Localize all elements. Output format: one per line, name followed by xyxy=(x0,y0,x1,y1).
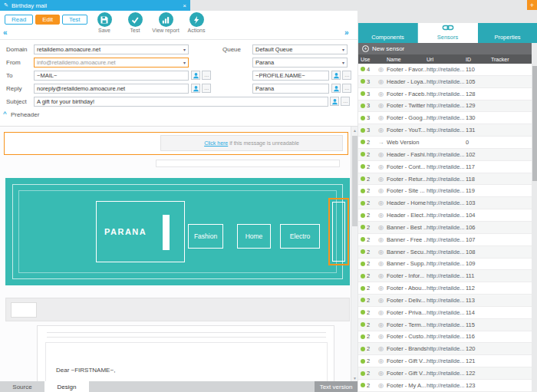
sensor-url[interactable]: http://retailde... xyxy=(427,91,466,97)
email-body-block[interactable]: Dear ~FIRSTNAME~, xyxy=(37,325,334,381)
nav-item-home[interactable]: Home xyxy=(237,224,271,249)
tab-components[interactable]: Components xyxy=(358,23,418,43)
sensor-row[interactable]: 3 ◎ Footer - Twitter http://retailde... … xyxy=(358,100,532,113)
sensor-row[interactable]: 2 ◎ Header - Fashi... http://retailde...… xyxy=(358,149,532,161)
actions-button[interactable]: Actions xyxy=(181,12,212,33)
sensor-url[interactable]: http://retailde... xyxy=(427,187,466,194)
test-mode-button[interactable]: Test xyxy=(62,15,87,25)
profile-person-icon[interactable] xyxy=(331,84,341,93)
to-name-input[interactable]: ~PROFILE.NAME~ xyxy=(252,71,329,81)
sensor-name[interactable]: Banner - Free ... xyxy=(387,236,427,243)
sensor-row[interactable]: 2 ◎ Footer - Term... http://retailde... … xyxy=(358,319,532,331)
sensor-row[interactable]: 2 ◎ Banner - Supp... http://retailde... … xyxy=(358,259,532,271)
scrollbar-thumb[interactable] xyxy=(352,136,357,226)
sensor-row[interactable]: 2 ◎ Footer - Priva... http://retailde...… xyxy=(358,307,532,319)
sensor-url[interactable]: http://retailde... xyxy=(427,285,466,292)
scroll-down-icon[interactable]: ▼ xyxy=(352,376,357,380)
sensor-name[interactable]: Footer - Goog... xyxy=(387,114,427,121)
close-icon[interactable]: × xyxy=(183,2,186,9)
new-sensor-button[interactable]: + New sensor xyxy=(358,43,532,54)
nav-item-electro[interactable]: Electro xyxy=(280,224,320,249)
sensor-url[interactable]: http://retailde... xyxy=(427,224,466,231)
preview-scrollbar[interactable]: ▲ ▼ xyxy=(351,127,357,381)
sensor-url[interactable]: http://retailde... xyxy=(427,345,466,352)
sensor-url[interactable]: http://retailde... xyxy=(427,66,466,73)
tab-properties[interactable]: Properties xyxy=(478,23,537,43)
profile-person-icon[interactable] xyxy=(331,71,341,80)
domain-select[interactable]: retaildemo.amoacure.net▾ xyxy=(34,44,189,54)
more-options-icon[interactable]: ⋯ xyxy=(202,84,211,93)
to-input[interactable]: ~MAIL~ xyxy=(34,71,189,81)
sensor-url[interactable]: http://retailde... xyxy=(427,297,466,304)
sensor-name[interactable]: Footer - Gift V... xyxy=(387,357,427,364)
sensor-url[interactable]: http://retailde... xyxy=(427,102,466,109)
email-header-banner[interactable]: PARANA Fashion Home Electro xyxy=(5,178,350,285)
view-report-button[interactable]: View report xyxy=(150,12,181,33)
sensor-row[interactable]: 2 ◎ Footer - Site ... http://retailde...… xyxy=(358,185,532,197)
scrollbar-thumb[interactable] xyxy=(532,66,537,181)
from-name-select[interactable]: Parana▾ xyxy=(252,58,348,68)
sensor-row[interactable]: 2 ◎ Header - Home http://retailde... 103 xyxy=(358,197,532,209)
sensor-name[interactable]: Footer - Favor... xyxy=(387,66,427,73)
sensor-url[interactable]: http://retailde... xyxy=(427,309,466,316)
sensor-row[interactable]: 2 ◎ Footer - Retur... http://retailde...… xyxy=(358,173,532,186)
collapse-left-chevron-icon[interactable]: « xyxy=(3,28,8,37)
sensor-name[interactable]: Footer - Deliv... xyxy=(387,297,427,304)
sensor-name[interactable]: Footer - Twitter xyxy=(387,102,427,109)
from-select[interactable]: info@retaildemo.amoacure.net▾ xyxy=(34,58,189,68)
sensor-name[interactable]: Footer - Brands xyxy=(387,345,427,352)
sensor-url[interactable]: http://retailde... xyxy=(427,127,466,133)
profile-person-icon[interactable] xyxy=(191,71,200,80)
selected-header-block[interactable]: Click here if this message is unreadable xyxy=(4,132,348,155)
reply-input[interactable]: noreply@retaildemo.amoacure.net xyxy=(34,84,189,94)
sensor-name[interactable]: Banner - Supp... xyxy=(387,260,427,267)
sensor-url[interactable]: http://retailde... xyxy=(427,212,466,219)
sensor-row[interactable]: 2 ◎ Footer - Gift V... http://retailde..… xyxy=(358,367,532,380)
sensor-name[interactable]: Header - Elect... xyxy=(387,212,427,219)
sensor-name[interactable]: Banner - Best ... xyxy=(387,224,427,231)
sensor-name[interactable]: Footer - Gift V... xyxy=(387,370,427,377)
more-options-icon[interactable]: ⋯ xyxy=(202,71,211,80)
sensor-url[interactable]: http://retailde... xyxy=(427,357,466,364)
sensor-row[interactable]: 2 ◎ Footer - Cont... http://retailde... … xyxy=(358,161,532,173)
sensor-name[interactable]: Web Version xyxy=(387,139,427,146)
sensor-url[interactable]: http://retailde... xyxy=(427,163,466,170)
sensor-row[interactable]: 2 ◎ Banner - Secu... http://retailde... … xyxy=(358,246,532,259)
subject-input[interactable]: A gift for your birthday! xyxy=(34,97,328,107)
sensor-row[interactable]: 2 ◎ Footer - Deliv... http://retailde...… xyxy=(358,295,532,307)
brand-logo-block[interactable]: PARANA xyxy=(96,201,185,262)
more-options-icon[interactable]: ⋯ xyxy=(342,84,351,93)
sensor-row[interactable]: 2 ◎ Footer - Custo... http://retailde...… xyxy=(358,331,532,344)
sensor-row[interactable]: 2 → Web Version 0 xyxy=(358,137,532,149)
more-options-icon[interactable]: ⋯ xyxy=(342,71,351,80)
corner-add-button[interactable]: + xyxy=(527,0,537,10)
sensor-row[interactable]: 3 ◎ Footer - YouT... http://retailde... … xyxy=(358,124,532,137)
sensor-url[interactable]: http://retailde... xyxy=(427,333,466,340)
test-button[interactable]: Test xyxy=(120,12,150,33)
more-options-icon[interactable]: ⋯ xyxy=(341,97,350,106)
read-mode-button[interactable]: Read xyxy=(5,15,33,25)
sensor-row[interactable]: 2 ◎ Banner - Free ... http://retailde...… xyxy=(358,234,532,246)
sensor-row[interactable]: 3 ◎ Footer - Goog... http://retailde... … xyxy=(358,112,532,124)
sensor-url[interactable]: http://retailde... xyxy=(427,260,466,267)
sensor-name[interactable]: Footer - My A... xyxy=(387,382,427,389)
sensor-row[interactable]: 2 ◎ Footer - My A... http://retailde... … xyxy=(358,380,532,392)
sensor-name[interactable]: Footer - Cont... xyxy=(387,163,427,170)
sensor-name[interactable]: Header - Fashi... xyxy=(387,151,427,158)
edit-mode-button[interactable]: Edit xyxy=(35,15,60,25)
sensor-name[interactable]: Footer - Abou... xyxy=(387,285,427,292)
sensor-url[interactable]: http://retailde... xyxy=(427,249,466,255)
sensor-url[interactable]: http://retailde... xyxy=(427,78,466,85)
save-button[interactable]: Save xyxy=(89,12,120,33)
sensor-url[interactable]: http://retailde... xyxy=(427,321,466,328)
sensor-url[interactable]: http://retailde... xyxy=(427,151,466,158)
nav-item-fashion[interactable]: Fashion xyxy=(188,224,223,249)
sensor-name[interactable]: Banner - Secu... xyxy=(387,249,427,255)
sub-header-block[interactable] xyxy=(5,298,350,321)
sensor-url[interactable]: http://retailde... xyxy=(427,370,466,377)
sensor-url[interactable]: http://retailde... xyxy=(427,176,466,183)
sensor-row[interactable]: 2 ◎ Header - Elect... http://retailde...… xyxy=(358,209,532,222)
sensor-name[interactable]: Footer - YouT... xyxy=(387,127,427,133)
collapse-right-chevron-icon[interactable]: » xyxy=(344,28,349,37)
preheader-collapse-icon[interactable]: ^ xyxy=(3,110,7,117)
